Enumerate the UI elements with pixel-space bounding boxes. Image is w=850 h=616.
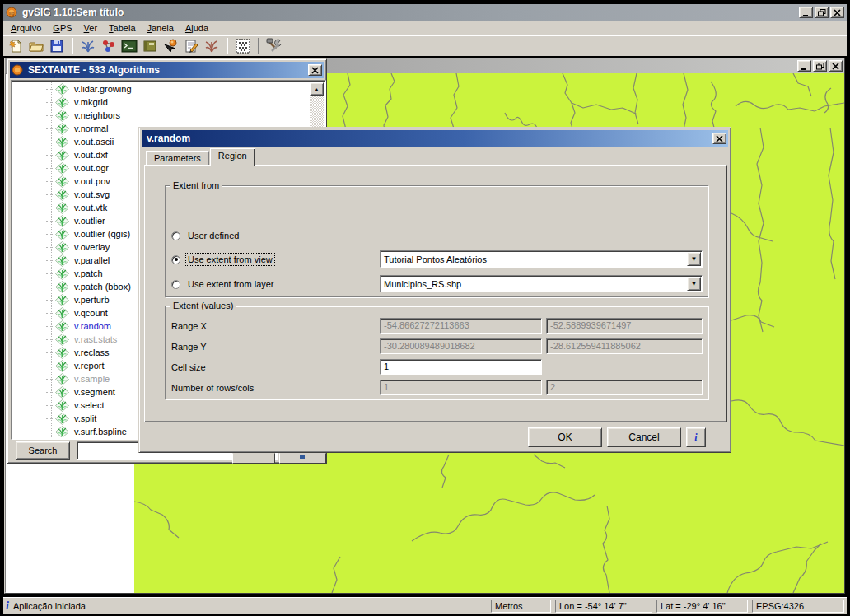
new-document-icon[interactable] [7,37,25,55]
restore-button[interactable] [815,7,829,18]
dialog-title: v.random [147,133,712,144]
book-icon[interactable] [141,37,159,55]
gvsig-main-window: sig gvSIG 1.10:Sem título ArquivoGPSVerT… [3,4,847,614]
menu-ver[interactable]: Ver [78,21,104,35]
minimize-button[interactable] [799,7,813,18]
grass-algorithm-icon [55,96,70,109]
tree-item-label: v.reclass [74,348,110,357]
rows-cols-label: Number of rows/cols [171,381,254,394]
status-info-icon: i [6,601,9,611]
tree-item-v-neighbors[interactable]: v.neighbors [13,109,310,122]
status-bar: i Aplicação iniciada MetrosLon = -54° 14… [3,597,847,614]
open-folder-icon[interactable] [27,37,45,55]
map-restore-button[interactable] [813,60,827,72]
radio-user-defined[interactable] [171,231,180,240]
grass-algorithm-icon [55,202,70,214]
pointer-orb-icon[interactable] [161,37,180,55]
grass-algorithm-icon [55,123,70,135]
layer-combo-dropdown-button[interactable]: ▼ [687,277,701,291]
dialog-tabs: Parameters Region [146,149,256,166]
save-icon[interactable] [48,37,66,55]
tree-item-label: v.neighbors [74,110,120,120]
grass-algorithm-icon [55,386,70,399]
ok-button[interactable]: OK [528,427,602,447]
grass-algorithm-icon [55,320,70,333]
console-icon[interactable] [120,37,138,55]
grass-algorithm-icon [55,360,70,372]
search-button[interactable]: Search [16,441,70,460]
tree-item-v-lidar-growing[interactable]: v.lidar.growing [13,82,310,96]
tab-region[interactable]: Region [210,148,255,166]
grass-algorithm-icon [55,413,70,425]
longitude-cell: Lon = -54° 14' 7" [555,600,652,613]
grass-algorithm-icon [55,347,70,359]
sextante-titlebar[interactable]: SEXTANTE - 533 Algorithms [10,62,324,78]
radio-extent-from-view[interactable] [171,255,180,264]
grass-algorithm-icon [55,83,70,96]
range-x-max-field: -52.5889939671497 [546,318,703,334]
tree-item-label: v.mkgrid [74,97,108,107]
tree-item-label: v.random [74,321,111,331]
tree-item-label: v.segment [74,387,115,397]
sextante-close-button[interactable] [308,64,322,76]
grass-algorithm-icon [55,254,70,267]
tree-item-label: v.parallel [74,255,110,265]
dialog-close-button[interactable] [712,133,726,144]
window-title: gvSIG 1.10:Sem título [22,7,796,18]
info-button[interactable]: i [686,427,706,447]
grass-algorithm-icon [55,399,70,412]
tree-item-v-mkgrid[interactable]: v.mkgrid [13,96,310,109]
menu-arquivo[interactable]: Arquivo [5,21,47,35]
grass-blue-icon[interactable] [79,37,97,55]
epsg-cell: EPSG:4326 [752,600,844,613]
map-close-button[interactable] [829,60,843,72]
tree-item-label: v.out.vtk [74,203,107,212]
grass-algorithm-icon [55,241,70,254]
tools-icon[interactable] [265,37,283,55]
menu-bar: ArquivoGPSVerTabelaJanelaAjuda [3,21,847,35]
menu-janela[interactable]: Janela [142,21,180,35]
radio-user-defined-label[interactable]: User defined [186,230,241,241]
tree-item-label: v.outlier (qgis) [74,229,130,239]
map-minimize-button[interactable] [797,60,811,72]
layer-combobox-value: Municipios_RS.shp [381,279,687,289]
cell-size-field[interactable]: 1 [380,359,542,375]
molecule-icon[interactable] [100,37,118,55]
main-titlebar[interactable]: sig gvSIG 1.10:Sem título [3,4,847,21]
layer-combobox[interactable]: Municipios_RS.shp ▼ [380,275,703,292]
grass-algorithm-icon [55,162,70,175]
view-combo-dropdown-button[interactable]: ▼ [687,252,701,266]
tree-item-label: v.out.pov [74,176,110,186]
grass-algorithm-icon [55,110,70,122]
view-combobox[interactable]: Tutorial Pontos Aleatórios ▼ [380,250,703,268]
tree-item-label: v.outlier [74,216,105,226]
scroll-up-button[interactable]: ▲ [310,82,324,96]
grass-algorithm-icon [55,426,70,438]
radio-extent-from-layer-label[interactable]: Use extent from layer [186,278,276,290]
extent-from-groupbox: Extent from User defined Use extent from… [165,185,708,297]
tree-item-label: v.patch (bbox) [74,282,131,292]
tab-parameters[interactable]: Parameters [146,151,209,166]
grass-algorithm-icon [55,175,70,188]
grass-algorithm-icon [55,307,70,320]
range-y-min-field: -30.280089489018682 [380,338,542,354]
menu-ajuda[interactable]: Ajuda [180,21,214,35]
grass-algorithm-icon [55,215,70,227]
menu-gps[interactable]: GPS [47,21,77,35]
edit-page-icon[interactable] [182,37,200,55]
tree-item-label: v.overlay [74,242,110,252]
raster-grid-icon[interactable] [234,37,252,55]
radio-extent-from-layer[interactable] [171,280,180,289]
hidden-button-fragment [279,453,326,464]
grass-red-icon[interactable] [203,37,221,55]
tree-item-label: v.qcount [74,308,108,318]
tree-item-label: v.lidar.growing [74,84,132,94]
menu-tabela[interactable]: Tabela [103,21,141,35]
tree-item-label: v.out.ascii [74,137,114,147]
vrandom-dialog: v.random Parameters Region Extent from U… [138,127,731,453]
close-button[interactable] [830,7,844,18]
vrandom-titlebar[interactable]: v.random [142,130,728,147]
grass-algorithm-icon [55,373,70,385]
radio-extent-from-view-label[interactable]: Use extent from view [186,254,274,265]
cancel-button[interactable]: Cancel [607,427,681,447]
